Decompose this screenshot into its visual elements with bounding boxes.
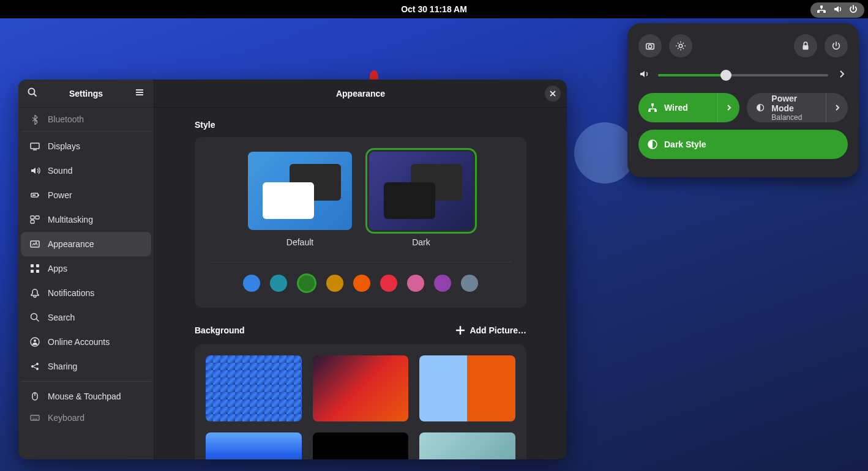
svg-rect-7 — [651, 103, 654, 106]
sidebar-item-search[interactable]: Search — [21, 305, 151, 330]
style-heading: Style — [195, 120, 526, 130]
svg-point-12 — [29, 88, 35, 94]
sidebar-item-appearance[interactable]: Appearance — [21, 232, 151, 256]
sidebar-item-label: Online Accounts — [48, 337, 110, 347]
menu-icon[interactable] — [134, 87, 145, 100]
wired-label: Wired — [664, 103, 688, 113]
wired-arrow[interactable] — [717, 93, 739, 122]
power-mode-sub: Balanced — [771, 113, 817, 122]
power-mode-arrow[interactable] — [826, 93, 848, 122]
power-mode-label: Power Mode — [771, 94, 817, 113]
sidebar-item-label: Keyboard — [48, 413, 84, 423]
dark-style-toggle[interactable]: Dark Style — [638, 130, 848, 159]
settings-content: Appearance Style Default — [154, 80, 567, 459]
background-grid — [195, 344, 526, 459]
background-heading: Background — [195, 325, 245, 335]
accent-color-dot[interactable] — [270, 275, 287, 292]
dark-label: Dark — [369, 237, 473, 247]
sidebar-item-label: Displays — [48, 141, 80, 151]
svg-point-5 — [679, 44, 682, 47]
wired-toggle[interactable]: Wired — [638, 93, 739, 122]
sidebar-list[interactable]: Bluetooth Displays Sound Power Multitask… — [18, 108, 154, 459]
sidebar-item-keyboard[interactable]: Keyboard — [21, 409, 151, 427]
top-bar: Oct 30 11:18 AM — [0, 0, 868, 18]
sidebar-item-label: Multitasking — [48, 215, 93, 224]
volume-icon — [832, 4, 842, 16]
settings-window: Settings Bluetooth Displays Sound Power — [18, 80, 567, 459]
sidebar-item-label: Notifications — [48, 288, 94, 298]
content-body[interactable]: Style Default D — [154, 108, 567, 459]
accent-color-dot[interactable] — [407, 275, 424, 292]
accent-color-dot[interactable] — [434, 275, 451, 292]
svg-rect-24 — [36, 270, 39, 273]
svg-point-27 — [34, 339, 36, 342]
background-thumb[interactable] — [313, 432, 409, 459]
sidebar-title: Settings — [45, 89, 127, 98]
background-thumb[interactable] — [419, 355, 515, 421]
quick-settings-panel: Wired Power Mode Balanced Dark Style — [627, 23, 859, 177]
sidebar-item-sound[interactable]: Sound — [21, 158, 151, 183]
accent-color-dot[interactable] — [461, 275, 478, 292]
background-thumb[interactable] — [206, 432, 302, 459]
system-tray[interactable] — [810, 2, 864, 18]
sidebar-item-notifications[interactable]: Notifications — [21, 281, 151, 305]
sidebar-item-bluetooth[interactable]: Bluetooth — [21, 110, 151, 128]
background-thumb[interactable] — [206, 355, 302, 421]
sidebar-item-label: Apps — [48, 264, 67, 273]
settings-button[interactable] — [669, 34, 692, 57]
sidebar-item-label: Search — [48, 313, 75, 322]
svg-point-30 — [36, 368, 39, 370]
dark-style-label: Dark Style — [664, 139, 706, 149]
svg-rect-15 — [38, 195, 39, 196]
svg-point-29 — [36, 363, 39, 365]
accent-color-dot[interactable] — [326, 275, 343, 292]
volume-icon — [638, 69, 649, 82]
screenshot-button[interactable] — [638, 34, 662, 57]
svg-rect-19 — [31, 220, 34, 223]
content-header: Appearance — [154, 80, 567, 108]
accent-color-dot[interactable] — [380, 275, 397, 292]
accent-color-dot[interactable] — [297, 273, 316, 293]
style-default[interactable]: Default — [248, 152, 352, 247]
svg-rect-32 — [31, 415, 39, 420]
accent-color-dot[interactable] — [243, 275, 260, 292]
sidebar-item-label: Appearance — [48, 239, 94, 249]
sidebar-item-label: Mouse & Touchpad — [48, 391, 121, 401]
background-thumb[interactable] — [419, 432, 515, 459]
sidebar-item-displays[interactable]: Displays — [21, 134, 151, 158]
lock-button[interactable] — [794, 34, 817, 57]
volume-slider[interactable] — [658, 74, 828, 76]
sidebar-item-apps[interactable]: Apps — [21, 256, 151, 281]
settings-sidebar: Settings Bluetooth Displays Sound Power — [18, 80, 154, 459]
background-thumb[interactable] — [313, 355, 409, 421]
default-label: Default — [248, 237, 352, 247]
sidebar-item-multitasking[interactable]: Multitasking — [21, 207, 151, 232]
power-button[interactable] — [825, 34, 848, 57]
svg-rect-16 — [32, 195, 36, 196]
sidebar-item-label: Sharing — [48, 362, 77, 371]
power-icon — [848, 4, 858, 16]
sidebar-item-sharing[interactable]: Sharing — [21, 354, 151, 379]
svg-point-4 — [648, 45, 651, 48]
svg-rect-0 — [820, 6, 823, 8]
add-picture-button[interactable]: Add Picture… — [455, 325, 526, 336]
svg-rect-22 — [36, 264, 39, 267]
datetime[interactable]: Oct 30 11:18 AM — [401, 4, 467, 14]
close-button[interactable] — [545, 86, 561, 102]
accent-color-dot[interactable] — [353, 275, 370, 292]
svg-rect-23 — [31, 270, 34, 273]
style-dark[interactable]: Dark — [369, 152, 473, 247]
sidebar-item-online-accounts[interactable]: Online Accounts — [21, 330, 151, 354]
svg-rect-17 — [31, 216, 34, 219]
svg-rect-6 — [803, 45, 809, 50]
search-icon[interactable] — [27, 87, 38, 100]
volume-thumb[interactable] — [720, 70, 731, 81]
power-mode-toggle[interactable]: Power Mode Balanced — [747, 93, 848, 122]
style-card: Default Dark — [195, 137, 526, 308]
sidebar-item-label: Bluetooth — [48, 114, 84, 124]
chevron-right-icon[interactable] — [837, 69, 848, 82]
accent-color-row — [209, 262, 512, 293]
sidebar-item-mouse[interactable]: Mouse & Touchpad — [21, 384, 151, 409]
sidebar-item-label: Power — [48, 190, 72, 200]
sidebar-item-power[interactable]: Power — [21, 183, 151, 207]
